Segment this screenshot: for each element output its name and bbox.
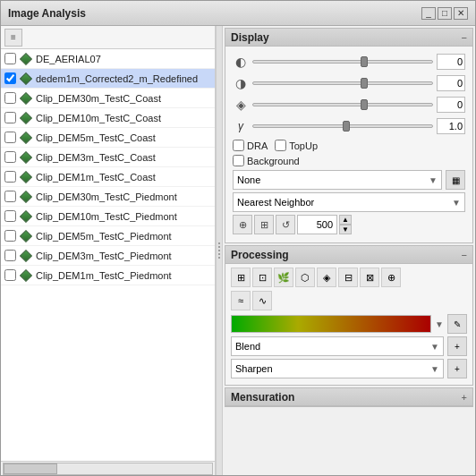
layer-checkbox[interactable]: [4, 112, 16, 123]
display-section: Display − ◐ 0: [225, 28, 473, 243]
brightness-icon: ◐: [233, 54, 249, 70]
minimize-button[interactable]: _: [421, 7, 436, 20]
zoom-input-row: 500 ▲ ▼: [297, 215, 352, 234]
zoom-down-btn[interactable]: ▼: [339, 225, 352, 234]
layer-item[interactable]: Clip_DEM3m_TestC_Coast: [1, 148, 215, 167]
layer-checkbox[interactable]: [4, 230, 16, 242]
color-gradient-row: ▼ ✎: [231, 314, 467, 334]
topup-checkbox-label[interactable]: TopUp: [275, 140, 318, 151]
layer-checkbox[interactable]: [4, 171, 16, 183]
saturation-value[interactable]: 0: [437, 97, 465, 113]
layer-icon: [19, 170, 33, 184]
contrast-value[interactable]: 0: [437, 75, 465, 91]
stretch-histogram-btn[interactable]: ▦: [446, 170, 465, 190]
brightness-value[interactable]: 0: [437, 54, 465, 70]
layer-checkbox[interactable]: [4, 72, 16, 84]
stretch-select[interactable]: None ▼: [233, 170, 442, 190]
dra-checkbox-label[interactable]: DRA: [233, 140, 268, 151]
color-gradient[interactable]: [231, 315, 431, 333]
layer-checkbox[interactable]: [4, 92, 16, 104]
blend-select[interactable]: Blend ▼: [231, 336, 444, 356]
layer-name: Clip_DEM3m_TestC_Piedmont: [36, 251, 172, 261]
blend-addon-btn[interactable]: +: [447, 336, 467, 356]
brightness-row: ◐ 0: [233, 52, 465, 72]
proc-icon-5[interactable]: ◈: [317, 268, 336, 287]
toolbar-btn-1[interactable]: ≡: [4, 29, 22, 47]
window-controls: _ □ ✕: [421, 7, 468, 20]
proc-icon-7[interactable]: ⊠: [360, 268, 379, 287]
layer-checkbox[interactable]: [4, 250, 16, 261]
layer-checkbox[interactable]: [4, 151, 16, 163]
gamma-slider[interactable]: [252, 124, 433, 128]
tool-btn-rotate[interactable]: ↺: [276, 215, 295, 234]
proc-icon-9[interactable]: ≈: [231, 291, 251, 310]
title-bar: Image Analysis _ □ ✕: [1, 1, 475, 26]
sharpen-addon-btn[interactable]: +: [447, 359, 467, 378]
layer-item[interactable]: Clip_DEM5m_TestC_Piedmont: [1, 226, 215, 246]
layer-name: Clip_DEM30m_TestC_Coast: [36, 93, 161, 104]
display-section-content: ◐ 0 ◑: [225, 47, 472, 242]
layer-item[interactable]: Clip_DEM5m_TestC_Coast: [1, 128, 215, 148]
layer-item[interactable]: Clip_DEM30m_TestC_Coast: [1, 89, 215, 108]
layer-name: Clip_DEM3m_TestC_Coast: [36, 152, 156, 163]
proc-icon-4[interactable]: ⬡: [295, 268, 315, 287]
proc-icon-8[interactable]: ⊕: [381, 268, 401, 287]
layer-icon: [19, 190, 33, 204]
mensuration-collapse-btn[interactable]: +: [462, 392, 467, 403]
tool-btn-cursor[interactable]: ⊕: [233, 215, 252, 234]
brightness-slider[interactable]: [252, 60, 433, 64]
main-area: ≡ DE_AERIAL07dedem1m_Corrected2_m_Redefi…: [1, 26, 475, 475]
layer-checkbox[interactable]: [4, 53, 16, 64]
layer-list: DE_AERIAL07dedem1m_Corrected2_m_Redefine…: [1, 49, 215, 461]
layer-icon: [19, 72, 33, 86]
proc-icon-1[interactable]: ⊞: [231, 268, 251, 287]
display-collapse-btn[interactable]: −: [462, 32, 467, 43]
processing-collapse-btn[interactable]: −: [462, 250, 467, 260]
close-button[interactable]: ✕: [454, 7, 468, 20]
zoom-up-btn[interactable]: ▲: [339, 215, 352, 225]
mensuration-section-header: Mensuration +: [225, 388, 472, 406]
topup-checkbox[interactable]: [275, 140, 286, 151]
saturation-row: ◈ 0: [233, 95, 465, 115]
layer-item[interactable]: Clip_DEM3m_TestC_Piedmont: [1, 246, 215, 266]
layer-checkbox[interactable]: [4, 210, 16, 222]
saturation-icon: ◈: [233, 97, 249, 113]
window-title: Image Analysis: [8, 7, 86, 20]
layer-checkbox[interactable]: [4, 269, 16, 281]
layer-item[interactable]: Clip_DEM30m_TestC_Piedmont: [1, 187, 215, 207]
layer-checkbox[interactable]: [4, 191, 16, 202]
proc-icon-6[interactable]: ⊟: [338, 268, 358, 287]
proc-icon-2[interactable]: ⊡: [252, 268, 272, 287]
proc-icon-3[interactable]: 🌿: [274, 268, 293, 287]
layer-icon: [19, 52, 33, 66]
sharpen-arrow-icon: ▼: [430, 364, 439, 374]
dra-checkbox[interactable]: [233, 140, 244, 151]
layer-item[interactable]: Clip_DEM10m_TestC_Piedmont: [1, 207, 215, 226]
gradient-arrow-icon: ▼: [435, 319, 444, 329]
layer-item[interactable]: DE_AERIAL07: [1, 49, 215, 69]
blend-arrow-icon: ▼: [430, 342, 439, 352]
zoom-input[interactable]: 500: [297, 215, 337, 234]
contrast-slider[interactable]: [252, 81, 433, 85]
layer-item[interactable]: Clip_DEM1m_TestC_Piedmont: [1, 266, 215, 285]
resample-select[interactable]: Nearest Neighbor ▼: [233, 192, 465, 212]
scroll-thumb: [4, 463, 57, 474]
gradient-edit-btn[interactable]: ✎: [447, 314, 467, 334]
tool-btn-grid[interactable]: ⊞: [254, 215, 274, 234]
background-checkbox[interactable]: [233, 155, 244, 166]
tools-zoom-row: ⊕ ⊞ ↺ 500 ▲ ▼: [233, 215, 465, 234]
gamma-value[interactable]: 1.0: [437, 118, 465, 134]
sharpen-select[interactable]: Sharpen ▼: [231, 359, 444, 378]
proc-icon-10[interactable]: ∿: [252, 291, 272, 310]
layer-name: Clip_DEM1m_TestC_Piedmont: [36, 270, 172, 281]
layer-item[interactable]: Clip_DEM1m_TestC_Coast: [1, 167, 215, 187]
background-checkbox-label[interactable]: Background: [233, 155, 300, 166]
horizontal-scrollbar[interactable]: [3, 463, 213, 475]
layer-item[interactable]: Clip_DEM10m_TestC_Coast: [1, 108, 215, 128]
maximize-button[interactable]: □: [438, 7, 452, 20]
gamma-icon: γ: [233, 120, 249, 132]
saturation-slider[interactable]: [252, 103, 433, 106]
layer-checkbox[interactable]: [4, 132, 16, 143]
panel-splitter[interactable]: [216, 26, 223, 475]
layer-item[interactable]: dedem1m_Corrected2_m_Redefined: [1, 69, 215, 89]
